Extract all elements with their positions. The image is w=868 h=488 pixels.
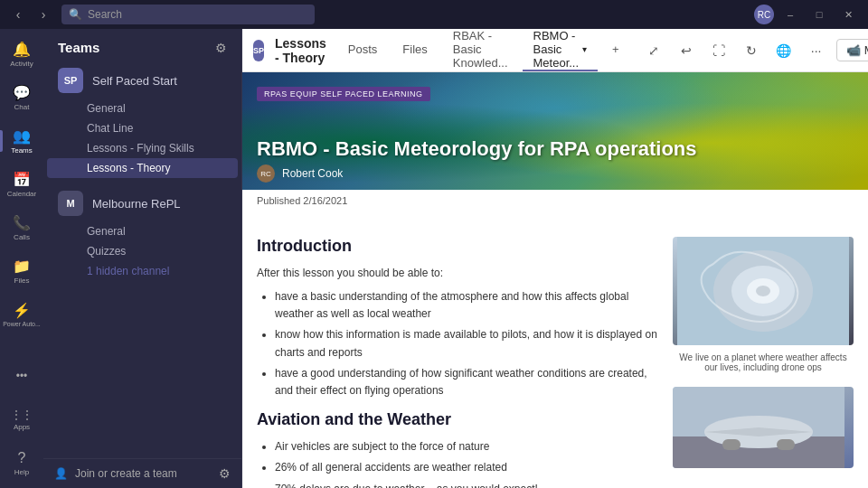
svg-rect-8	[722, 439, 741, 450]
nav-forward-button[interactable]: ›	[33, 4, 54, 25]
aviation-heading: Aviation and the Weather	[257, 410, 658, 429]
more-options-icon[interactable]: ···	[804, 38, 829, 63]
user-avatar[interactable]: RC	[754, 5, 774, 24]
more-icon: •••	[16, 370, 28, 382]
sidebar-item-activity[interactable]: 🔔 Activity	[0, 33, 43, 76]
nav-back-button[interactable]: ‹	[7, 4, 29, 25]
channel-header: SP Lessons - Theory Posts Files RBAK - B…	[242, 29, 868, 72]
team-name-self-paced: Self Paced Start	[92, 74, 207, 88]
team-item-melbourne[interactable]: M Melbourne RePL ···	[47, 185, 238, 221]
team-group-melbourne: M Melbourne RePL ··· General Quizzes 1 h…	[43, 185, 241, 285]
team-name-melbourne: Melbourne RePL	[92, 197, 207, 211]
hero-title: RBMO - Basic Meteorology for RPA operati…	[257, 137, 697, 161]
sidebar-item-help[interactable]: ? Help	[0, 441, 43, 484]
channel-item-hidden[interactable]: 1 hidden channel	[47, 261, 238, 281]
help-icon: ?	[18, 450, 26, 466]
wiki-content[interactable]: RPAS EQUIP SELF PACED LEARNING RBMO - Ba…	[242, 72, 868, 488]
hero-banner: RPAS EQUIP SELF PACED LEARNING RBMO - Ba…	[242, 72, 868, 190]
team-group-self-paced: SP Self Paced Start ··· General Chat Lin…	[43, 62, 241, 182]
minimize-button[interactable]: –	[778, 5, 803, 24]
refresh-icon[interactable]: ↻	[739, 38, 764, 63]
power-automate-icon: ⚡	[13, 302, 31, 319]
article-main: Introduction After this lesson you shoul…	[257, 237, 658, 488]
svg-point-4	[756, 286, 770, 296]
intro-lead: After this lesson you should be able to:	[257, 265, 658, 281]
sidebar-caption: We live on a planet where weather affect…	[673, 352, 854, 372]
globe-icon[interactable]: 🌐	[771, 38, 797, 63]
tab-rbmo[interactable]: RBMO - Basic Meteor... ▾	[523, 29, 599, 71]
sidebar-item-more[interactable]: •••	[0, 354, 43, 398]
maximize-button[interactable]: □	[807, 5, 832, 24]
channel-list-melbourne: General Quizzes 1 hidden channel	[43, 221, 241, 285]
meet-camera-icon: 📹	[846, 43, 861, 57]
tab-add-button[interactable]: +	[601, 29, 630, 71]
channel-item-flying-skills[interactable]: Lessons - Flying Skills	[47, 138, 238, 158]
tab-posts[interactable]: Posts	[337, 29, 389, 71]
teams-filter-button[interactable]: ⚙	[215, 41, 227, 55]
publish-date: Published 2/16/2021	[242, 190, 868, 211]
channel-item-quizzes[interactable]: Quizzes	[47, 241, 238, 261]
join-create-label: Join or create a team	[75, 467, 177, 480]
hero-author-area: RC Robert Cook	[257, 164, 343, 183]
channel-item-chat-line[interactable]: Chat Line	[47, 118, 238, 138]
calls-icon: 📞	[13, 214, 31, 231]
expand-icon[interactable]: ⤢	[641, 38, 666, 63]
content-area: SP Lessons - Theory Posts Files RBAK - B…	[242, 29, 868, 488]
search-placeholder: Search	[88, 8, 122, 21]
sidebar-item-calls[interactable]: 📞 Calls	[0, 206, 43, 249]
hero-badge: RPAS EQUIP SELF PACED LEARNING	[257, 87, 430, 101]
teams-icon: 👥	[13, 127, 31, 145]
channel-header-name: Lessons - Theory	[275, 36, 326, 65]
tab-files[interactable]: Files	[392, 29, 438, 71]
team-avatar-self-paced: SP	[58, 68, 83, 93]
list-item: know how this information is made availa…	[275, 326, 658, 361]
intro-heading: Introduction	[257, 237, 658, 256]
filter-icon: ⚙	[215, 41, 227, 55]
titlebar: ‹ › 🔍 Search RC – □ ✕	[0, 0, 868, 29]
sidebar-item-files[interactable]: 📁 Files	[0, 249, 43, 293]
sidebar-bottom: 👤 Join or create a team ⚙	[43, 458, 241, 488]
meet-label: Meet	[864, 43, 868, 57]
channel-header-avatar: SP	[253, 40, 264, 61]
sidebar-item-apps[interactable]: ⋮⋮ Apps	[0, 398, 43, 441]
chat-icon: 💬	[13, 84, 31, 101]
channel-item-melbourne-general[interactable]: General	[47, 221, 238, 241]
close-button[interactable]: ✕	[835, 5, 861, 24]
fullscreen-icon[interactable]: ⛶	[706, 38, 731, 63]
author-avatar: RC	[257, 164, 275, 183]
channel-nav-tabs: Posts Files RBAK - Basic Knowled... RBMO…	[337, 29, 630, 71]
back-icon[interactable]: ↩	[674, 38, 699, 63]
search-bar[interactable]: 🔍 Search	[61, 5, 315, 24]
author-name: Robert Cook	[282, 167, 343, 180]
teams-sidebar: Teams ⚙ SP Self Paced Start ··· General …	[43, 29, 242, 488]
plane-svg	[673, 387, 844, 468]
sidebar-item-power-automate[interactable]: ⚡ Power Auto...	[0, 293, 43, 336]
calendar-icon: 📅	[13, 171, 31, 188]
join-create-icon: 👤	[54, 467, 68, 480]
meet-button[interactable]: 📹 Meet ▾	[836, 39, 868, 61]
list-item: 70% delays are due to weather – as you w…	[275, 481, 658, 489]
team-avatar-melbourne: M	[58, 191, 83, 216]
tab-dropdown-icon[interactable]: ▾	[582, 44, 587, 54]
svg-rect-9	[777, 439, 795, 450]
settings-icon[interactable]: ⚙	[219, 466, 231, 481]
list-item: 26% of all general accidents are weather…	[275, 459, 658, 476]
channel-item-lessons-theory[interactable]: Lessons - Theory	[47, 158, 238, 178]
aviation-bullets: Air vehicles are subject to the force of…	[257, 438, 658, 488]
team-item-self-paced[interactable]: SP Self Paced Start ···	[47, 62, 238, 99]
icon-sidebar: 🔔 Activity 💬 Chat 👥 Teams 📅 Calendar 📞 C…	[0, 29, 43, 488]
channel-list-self-paced: General Chat Line Lessons - Flying Skill…	[43, 99, 241, 182]
sidebar-item-calendar[interactable]: 📅 Calendar	[0, 163, 43, 206]
sidebar-image-plane	[673, 387, 854, 468]
tab-rbak[interactable]: RBAK - Basic Knowled...	[442, 29, 519, 71]
channel-item-general[interactable]: General	[47, 99, 238, 118]
sidebar-item-chat[interactable]: 💬 Chat	[0, 76, 43, 119]
activity-icon: 🔔	[13, 41, 31, 58]
teams-panel-title: Teams	[58, 40, 99, 55]
join-create-button[interactable]: 👤 Join or create a team	[54, 467, 177, 480]
article-body: Introduction After this lesson you shoul…	[242, 211, 868, 488]
teams-panel-header: Teams ⚙	[43, 29, 241, 62]
main-layout: 🔔 Activity 💬 Chat 👥 Teams 📅 Calendar 📞 C…	[0, 29, 868, 488]
list-item: have a good understanding of how signifi…	[275, 365, 658, 399]
sidebar-item-teams[interactable]: 👥 Teams	[0, 119, 43, 163]
